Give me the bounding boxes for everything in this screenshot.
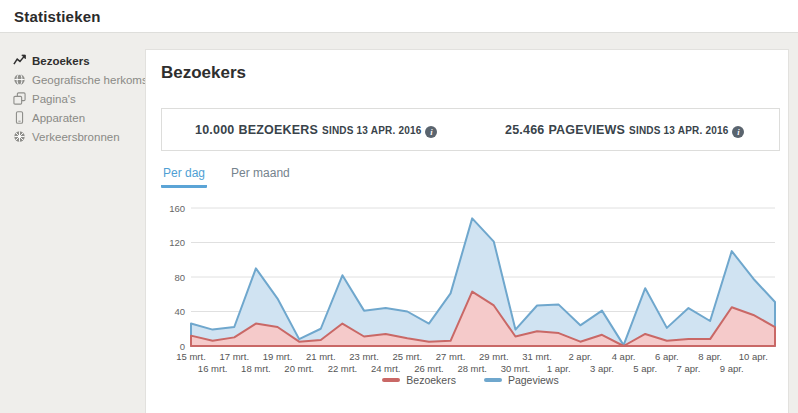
- svg-text:28 mrt.: 28 mrt.: [457, 363, 487, 374]
- sidebar-item-geografische-herkomst[interactable]: Geografische herkomst: [13, 70, 145, 89]
- svg-text:29 mrt.: 29 mrt.: [479, 351, 509, 362]
- legend-label: Bezoekers: [406, 374, 456, 386]
- legend-entry-bezoekers: Bezoekers: [382, 374, 456, 386]
- svg-text:23 mrt.: 23 mrt.: [349, 351, 379, 362]
- svg-text:3 apr.: 3 apr.: [590, 363, 614, 374]
- svg-text:16 mrt.: 16 mrt.: [198, 363, 228, 374]
- svg-text:25 mrt.: 25 mrt.: [393, 351, 423, 362]
- svg-text:8 apr.: 8 apr.: [698, 351, 722, 362]
- svg-text:15 mrt.: 15 mrt.: [176, 351, 206, 362]
- visitors-area-chart: 0408012016015 mrt.16 mrt.17 mrt.18 mrt.1…: [161, 192, 781, 374]
- app-header: Statistieken: [0, 0, 798, 33]
- visitors-total-value: 10.000: [195, 123, 234, 137]
- sidebar-item-paginas[interactable]: Pagina's: [13, 89, 145, 108]
- svg-text:9 apr.: 9 apr.: [720, 363, 744, 374]
- sidebar-item-label: Verkeersbronnen: [32, 131, 120, 143]
- sidebar-item-label: Apparaten: [32, 112, 85, 124]
- sidebar-item-label: Pagina's: [32, 93, 76, 105]
- svg-text:160: 160: [169, 203, 185, 214]
- sidebar-item-label: Bezoekers: [32, 55, 90, 67]
- svg-text:2 apr.: 2 apr.: [568, 351, 592, 362]
- svg-text:31 mrt.: 31 mrt.: [522, 351, 552, 362]
- svg-text:4 apr.: 4 apr.: [612, 351, 636, 362]
- svg-text:22 mrt.: 22 mrt.: [328, 363, 358, 374]
- visitors-total-unit: BEZOEKERS: [238, 123, 318, 137]
- period-tabs: Per dag Per maand: [161, 164, 780, 188]
- chart-legend: Bezoekers Pageviews: [161, 374, 780, 386]
- svg-text:26 mrt.: 26 mrt.: [414, 363, 444, 374]
- panel-title: Bezoekers: [161, 63, 780, 83]
- pageviews-swatch-icon: [484, 378, 502, 382]
- info-icon[interactable]: i: [732, 126, 744, 138]
- svg-text:24 mrt.: 24 mrt.: [371, 363, 401, 374]
- svg-text:5 apr.: 5 apr.: [633, 363, 657, 374]
- sidebar-item-verkeersbronnen[interactable]: Verkeersbronnen: [13, 127, 145, 146]
- globe-icon: [13, 73, 26, 86]
- svg-text:30 mrt.: 30 mrt.: [501, 363, 531, 374]
- legend-entry-pageviews: Pageviews: [484, 374, 559, 386]
- svg-text:120: 120: [169, 237, 185, 248]
- pageviews-total-stat: 25.466 PAGEVIEWS SINDS 13 APR. 2016 i: [471, 123, 780, 137]
- svg-text:1 apr.: 1 apr.: [547, 363, 571, 374]
- bezoekers-swatch-icon: [382, 378, 400, 382]
- tab-per-dag[interactable]: Per dag: [161, 164, 207, 188]
- stats-summary-box: 10.000 BEZOEKERS SINDS 13 APR. 2016 i 25…: [161, 108, 780, 151]
- svg-text:80: 80: [174, 272, 185, 283]
- sidebar: Bezoekers Geografische herkomst Pagina's…: [0, 33, 145, 413]
- sidebar-item-label: Geografische herkomst: [32, 74, 151, 86]
- pageviews-total-since: SINDS 13 APR. 2016: [629, 125, 728, 136]
- info-icon[interactable]: i: [425, 126, 437, 138]
- svg-text:19 mrt.: 19 mrt.: [263, 351, 293, 362]
- sidebar-item-apparaten[interactable]: Apparaten: [13, 108, 145, 127]
- svg-text:27 mrt.: 27 mrt.: [436, 351, 466, 362]
- pageviews-total-value: 25.466: [505, 123, 544, 137]
- svg-text:6 apr.: 6 apr.: [655, 351, 679, 362]
- svg-text:17 mrt.: 17 mrt.: [219, 351, 249, 362]
- svg-text:0: 0: [180, 341, 185, 352]
- svg-text:18 mrt.: 18 mrt.: [241, 363, 271, 374]
- visitors-total-stat: 10.000 BEZOEKERS SINDS 13 APR. 2016 i: [162, 123, 471, 137]
- pages-icon: [13, 92, 26, 105]
- network-globe-icon: [13, 130, 26, 143]
- line-chart-icon: [13, 54, 26, 67]
- legend-label: Pageviews: [508, 374, 559, 386]
- svg-text:7 apr.: 7 apr.: [677, 363, 701, 374]
- page-title: Statistieken: [14, 8, 101, 25]
- mobile-icon: [13, 111, 26, 124]
- svg-text:10 apr.: 10 apr.: [739, 351, 768, 362]
- sidebar-item-bezoekers[interactable]: Bezoekers: [13, 51, 145, 70]
- visitors-total-since: SINDS 13 APR. 2016: [322, 125, 421, 136]
- svg-text:40: 40: [174, 306, 185, 317]
- pageviews-total-unit: PAGEVIEWS: [548, 123, 625, 137]
- visitors-panel: Bezoekers 10.000 BEZOEKERS SINDS 13 APR.…: [145, 49, 789, 413]
- svg-text:20 mrt.: 20 mrt.: [284, 363, 314, 374]
- svg-text:21 mrt.: 21 mrt.: [306, 351, 336, 362]
- tab-per-maand[interactable]: Per maand: [229, 164, 292, 188]
